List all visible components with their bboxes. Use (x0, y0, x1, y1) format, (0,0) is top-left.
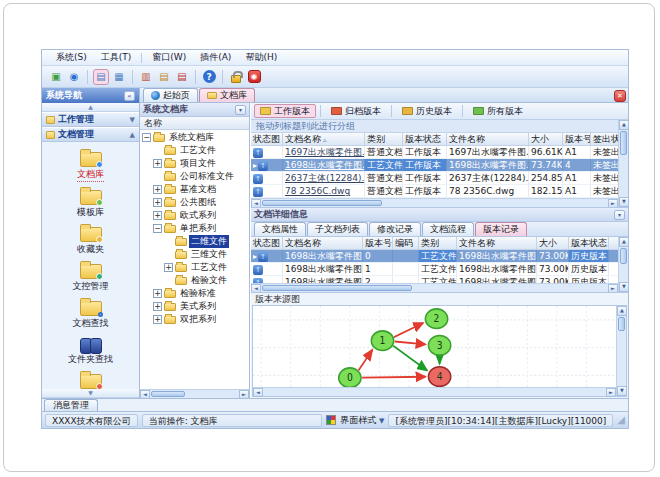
interface-style-dropdown[interactable]: 界面样式 ▼ (340, 414, 384, 427)
scrollbar-thumb[interactable] (620, 131, 627, 155)
sidebar-item[interactable]: 模板库 (46, 186, 136, 219)
details-tab[interactable]: 文档属性 (254, 222, 306, 236)
scroll-down-icon[interactable]: ▼ (619, 197, 629, 207)
new-window-icon[interactable]: ▤ (93, 69, 109, 85)
close-tab-button[interactable]: ✕ (614, 90, 626, 102)
message-management-tab[interactable]: 消息管理 (44, 399, 98, 411)
version-graph-canvas[interactable]: 01234 (253, 306, 616, 387)
table-row[interactable]: ▸↑1698出水嘴零件图.dwg0工艺文件1698出水嘴零件图.dwg73.00… (251, 250, 618, 263)
interface-style-icon[interactable]: ▣ (48, 69, 64, 85)
sidebar-item[interactable]: 文件夹查找 (46, 334, 136, 366)
tree-item[interactable]: +美式系列 (140, 300, 249, 313)
sidebar-item[interactable]: 文控管理 (46, 260, 136, 293)
expand-icon[interactable]: + (153, 315, 162, 324)
column-header[interactable]: 版本状态 (569, 237, 609, 249)
details-tab[interactable]: 版本记录 (475, 222, 527, 236)
close-window-icon[interactable]: ▤ (174, 69, 190, 85)
collapse-icon[interactable]: − (153, 224, 162, 233)
report-window-icon[interactable]: ▤ (156, 69, 172, 85)
tree-item[interactable]: +欧式系列 (140, 209, 249, 222)
scroll-up-icon[interactable]: ▲ (619, 120, 629, 130)
work-version-button[interactable]: 工作版本 (254, 104, 316, 118)
nav-group-collapsed[interactable]: 工作管理▼ (42, 112, 139, 127)
menu-item[interactable]: 工具(T) (95, 50, 138, 65)
details-tab[interactable]: 修改记录 (369, 222, 421, 236)
menu-item[interactable]: 窗口(W) (146, 50, 192, 65)
document-link[interactable]: 1697出水嘴零件图.dwg (285, 147, 365, 157)
document-link[interactable]: 78 2356C.dwg (285, 186, 350, 196)
nav-group-expanded[interactable]: 文档管理▲ (42, 127, 139, 142)
scroll-right-icon[interactable]: ► (608, 284, 618, 292)
collapse-down-handle[interactable]: ▼ (42, 389, 139, 398)
scrollbar-thumb[interactable] (618, 317, 625, 331)
collapse-icon[interactable]: − (142, 133, 151, 142)
expand-icon[interactable]: + (153, 302, 162, 311)
sidebar-item[interactable]: 文档查找 (46, 297, 136, 330)
expand-icon[interactable]: + (153, 185, 162, 194)
tree-item[interactable]: +公共图纸 (140, 196, 249, 209)
mail-new-icon[interactable]: ▥ (138, 69, 154, 85)
column-header[interactable]: 编码 (393, 237, 419, 249)
menu-item[interactable]: 插件(A) (194, 50, 237, 65)
menu-item[interactable]: 系统(S) (50, 50, 93, 65)
column-header[interactable]: 大小 (529, 133, 563, 145)
table-row[interactable]: ↑2637主体(12284).dwg普通文档工作版本2637主体(12284).… (251, 172, 618, 185)
tree-column-header[interactable]: 名称 (140, 117, 249, 130)
tree-item[interactable]: +工艺文件 (140, 261, 249, 274)
tab-active[interactable]: 文档库 (199, 88, 255, 102)
help-icon[interactable]: ? (201, 69, 217, 85)
expand-icon[interactable]: + (164, 263, 173, 272)
column-header[interactable]: 文档名称 (283, 237, 363, 249)
archive-version-button[interactable]: 归档版本 (325, 104, 387, 118)
graph-horizontal-scrollbar[interactable]: ◄ ► (253, 387, 616, 396)
sidebar-item[interactable]: 文档库 (46, 148, 136, 182)
tree-item[interactable]: 检验文件 (140, 274, 249, 287)
scrollbar-thumb[interactable] (262, 285, 412, 291)
scrollbar-thumb[interactable] (620, 248, 627, 264)
column-header[interactable]: 文件名称 (457, 237, 537, 249)
resize-grip[interactable]: ◢ (617, 415, 625, 425)
globe-icon[interactable]: ◉ (66, 69, 82, 85)
scroll-down-icon[interactable]: ▼ (617, 386, 627, 396)
exit-icon[interactable]: ◉ (246, 69, 262, 85)
all-version-button[interactable]: 所有版本 (467, 104, 529, 118)
column-header[interactable]: 版本号 (363, 237, 393, 249)
tree-item[interactable]: +双把系列 (140, 313, 249, 326)
collapse-up-handle[interactable]: ▲ (42, 103, 139, 112)
details-tab[interactable]: 子文档列表 (307, 222, 368, 236)
table-row[interactable]: ↑78 2356C.dwg普通文档工作版本78 2356C.dwg182.15K… (251, 185, 618, 198)
tab-inactive[interactable]: 起始页 (143, 88, 198, 102)
menu-item[interactable]: 帮助(H) (239, 50, 283, 65)
tree-item[interactable]: 二维文件 (140, 235, 249, 248)
tree-item[interactable]: +基准文档 (140, 183, 249, 196)
scroll-down-icon[interactable]: ▼ (619, 282, 629, 292)
sidebar-item[interactable]: 签出的文档 (46, 370, 136, 389)
tree-horizontal-scrollbar[interactable]: ◄ ► (140, 389, 249, 398)
expand-icon[interactable]: + (153, 289, 162, 298)
version-table-horizontal-scrollbar[interactable]: ◄ ► (251, 283, 618, 292)
graph-vertical-scrollbar[interactable]: ▲ ▼ (616, 306, 626, 396)
column-header[interactable]: 状态图 (251, 133, 283, 145)
version-node[interactable]: 1 (371, 331, 393, 351)
details-tab[interactable]: 文档流程 (422, 222, 474, 236)
version-node[interactable]: 4 (428, 367, 450, 387)
table-row[interactable]: ↑1698出水嘴零件图.dwg2工艺文件1698出水嘴零件图.dwg73.00K… (251, 276, 618, 283)
tree-item[interactable]: +项目文件 (140, 157, 249, 170)
scroll-left-icon[interactable]: ◄ (253, 388, 263, 397)
column-header[interactable]: 版本状态 (403, 133, 447, 145)
document-link[interactable]: 1698出水嘴零件图.dwg (285, 160, 365, 170)
tree-item[interactable]: 工艺文件 (140, 144, 249, 157)
expand-icon[interactable]: + (153, 198, 162, 207)
nav-options-icon[interactable]: « (124, 91, 135, 101)
scroll-left-icon[interactable]: ◄ (251, 199, 261, 207)
version-node[interactable]: 0 (339, 368, 361, 387)
version-node[interactable]: 2 (425, 309, 447, 329)
history-version-button[interactable]: 历史版本 (396, 104, 458, 118)
doc-table-horizontal-scrollbar[interactable]: ◄ ► (251, 198, 618, 207)
column-header[interactable]: 版本号 (563, 133, 591, 145)
column-header[interactable]: 状态图 (251, 237, 283, 249)
tree-item[interactable]: +检验标准 (140, 287, 249, 300)
scroll-right-icon[interactable]: ► (608, 199, 618, 207)
doc-table-vertical-scrollbar[interactable]: ▲ ▼ (618, 120, 628, 207)
pin-icon[interactable]: ▾ (235, 105, 246, 115)
